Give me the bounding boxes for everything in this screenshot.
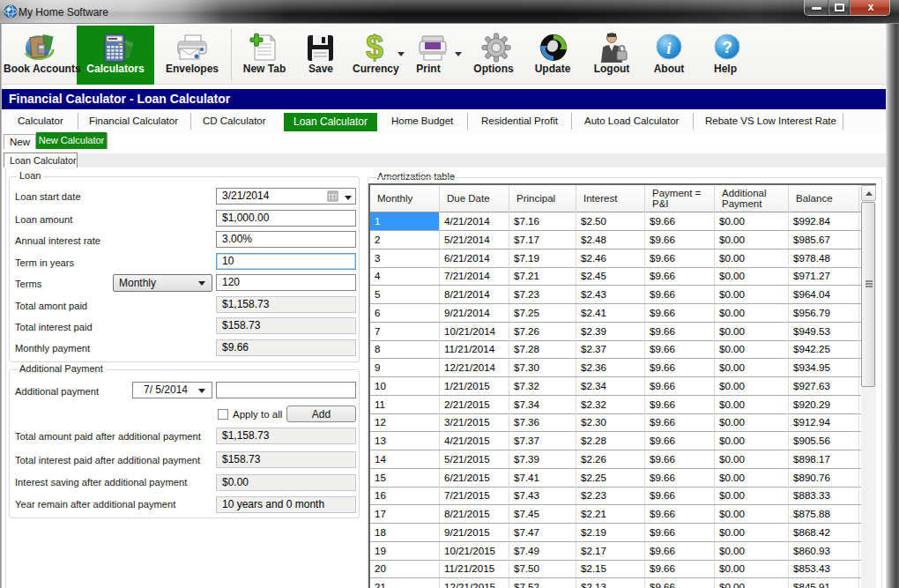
svg-text:$: $ bbox=[366, 31, 383, 64]
svg-text:?: ? bbox=[722, 38, 732, 56]
svg-text:i: i bbox=[666, 39, 672, 57]
